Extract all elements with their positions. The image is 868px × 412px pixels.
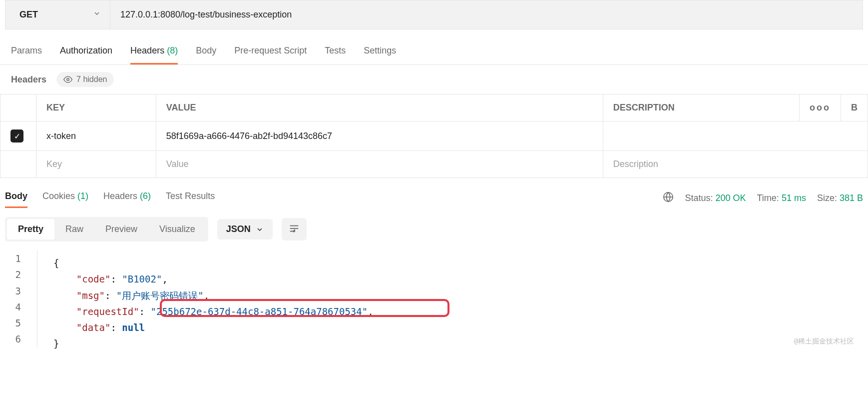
request-tabs: Params Authorization Headers (8) Body Pr… [0, 34, 868, 65]
tab-headers-label: Headers [130, 46, 164, 56]
header-description[interactable] [603, 122, 868, 151]
response-tabs: Body Cookies (1) Headers (6) Test Result… [5, 188, 215, 208]
eye-icon [63, 75, 72, 84]
col-bulk[interactable]: B [841, 94, 868, 122]
view-tab-preview[interactable]: Preview [94, 219, 148, 240]
col-more-button[interactable]: ooo [800, 94, 841, 122]
res-tab-cookies[interactable]: Cookies (1) [42, 188, 88, 208]
tab-settings[interactable]: Settings [364, 40, 396, 64]
time-value: 51 ms [782, 193, 806, 203]
json-body: 1 { 2 "code": "B1002", 3 "msg": "用户账号密码错… [0, 250, 868, 352]
checkbox-checked[interactable]: ✓ [10, 130, 23, 142]
line-number: 6 [5, 331, 35, 347]
view-tab-raw[interactable]: Raw [54, 219, 94, 240]
table-row-new: Key Value Description [0, 151, 868, 178]
line-number: 1 [5, 250, 35, 266]
status-value: 200 OK [715, 193, 746, 203]
tab-tests[interactable]: Tests [325, 40, 346, 64]
hidden-count: 7 hidden [76, 75, 107, 84]
format-label: JSON [226, 224, 251, 234]
request-bar: GET [5, 0, 863, 30]
header-value[interactable]: 58f1669a-a666-4476-ab2f-bd94143c86c7 [156, 122, 603, 151]
time-label: Time: [757, 193, 779, 203]
chevron-down-icon [256, 226, 264, 234]
row-checkbox-cell: ✓ [0, 122, 36, 151]
format-select[interactable]: JSON [217, 219, 273, 240]
view-controls: Pretty Raw Preview Visualize JSON [0, 208, 868, 250]
method-select[interactable]: GET [5, 0, 110, 29]
view-tab-visualize[interactable]: Visualize [148, 219, 206, 240]
col-key: KEY [36, 94, 156, 122]
tab-headers[interactable]: Headers (8) [130, 40, 178, 64]
headers-subbar: Headers 7 hidden [0, 65, 868, 94]
col-value: VALUE [156, 94, 603, 122]
globe-icon[interactable] [663, 192, 674, 205]
status-label: Status: [685, 193, 713, 203]
description-placeholder[interactable]: Description [603, 151, 868, 178]
res-tab-cookies-count: (1) [77, 191, 88, 201]
res-tab-cookies-label: Cookies [42, 191, 75, 201]
res-tab-testresults[interactable]: Test Results [166, 188, 215, 208]
url-input[interactable] [110, 0, 863, 29]
wrap-icon [289, 223, 300, 234]
line-number: 3 [5, 283, 35, 299]
svg-point-0 [67, 78, 69, 81]
view-tabs: Pretty Raw Preview Visualize [5, 217, 208, 242]
wrap-button[interactable] [282, 218, 307, 240]
chevron-down-icon [93, 10, 101, 20]
col-description: DESCRIPTION [603, 94, 799, 122]
status-group: Status: 200 OK [685, 193, 746, 204]
headers-label: Headers [11, 74, 46, 85]
response-tabs-row: Body Cookies (1) Headers (6) Test Result… [0, 178, 868, 208]
header-key[interactable]: x-token [36, 122, 156, 151]
view-tab-pretty[interactable]: Pretty [7, 219, 54, 240]
line-number: 2 [5, 266, 35, 282]
size-value: 381 B [840, 193, 863, 203]
method-label: GET [19, 10, 38, 20]
res-tab-body[interactable]: Body [5, 188, 27, 208]
res-tab-headers-label: Headers [103, 191, 137, 201]
tab-headers-count: (8) [167, 46, 178, 56]
tab-authorization[interactable]: Authorization [60, 40, 112, 64]
key-placeholder[interactable]: Key [36, 151, 156, 178]
table-row: ✓ x-token 58f1669a-a666-4476-ab2f-bd9414… [0, 122, 868, 151]
watermark: @稀土掘金技术社区 [794, 336, 854, 348]
size-label: Size: [817, 193, 837, 203]
size-group: Size: 381 B [817, 193, 863, 204]
tab-params[interactable]: Params [11, 40, 42, 64]
res-tab-headers[interactable]: Headers (6) [103, 188, 151, 208]
line-number: 4 [5, 299, 35, 315]
line-number: 5 [5, 315, 35, 331]
headers-table: KEY VALUE DESCRIPTION ooo B ✓ x-token 58… [0, 94, 868, 178]
tab-prerequest[interactable]: Pre-request Script [234, 40, 307, 64]
col-checkbox [0, 94, 36, 122]
tab-body[interactable]: Body [196, 40, 216, 64]
row-checkbox-empty [0, 151, 36, 178]
response-status: Status: 200 OK Time: 51 ms Size: 381 B [663, 192, 863, 205]
value-placeholder[interactable]: Value [156, 151, 603, 178]
time-group: Time: 51 ms [757, 193, 806, 204]
res-tab-headers-count: (6) [140, 191, 151, 201]
hidden-headers-toggle[interactable]: 7 hidden [56, 72, 114, 87]
